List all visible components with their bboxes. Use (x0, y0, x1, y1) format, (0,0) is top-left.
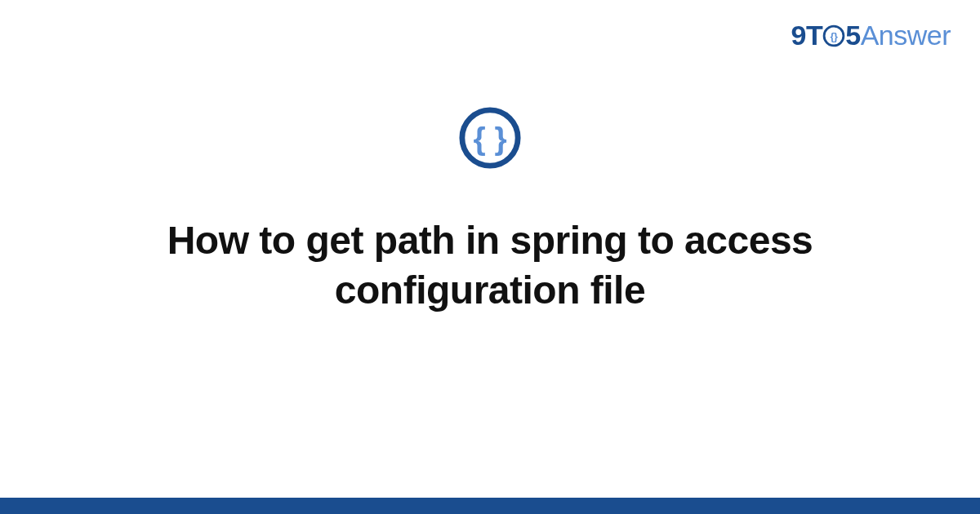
logo-part-five: 5 (845, 20, 860, 51)
svg-text:{ }: { } (473, 121, 506, 156)
logo-part-t: T (806, 20, 822, 51)
logo-part-nine: 9 (791, 20, 806, 51)
page-title: How to get path in spring to access conf… (122, 215, 858, 316)
logo-part-answer: Answer (861, 20, 951, 51)
footer-accent-bar (0, 498, 980, 514)
svg-text:{}: {} (831, 31, 839, 42)
logo-braces-o-icon: {} (822, 24, 845, 47)
main-content: { } How to get path in spring to access … (0, 106, 980, 316)
curly-braces-icon: { } (458, 106, 522, 170)
site-logo: 9T{}5Answer (791, 20, 951, 51)
